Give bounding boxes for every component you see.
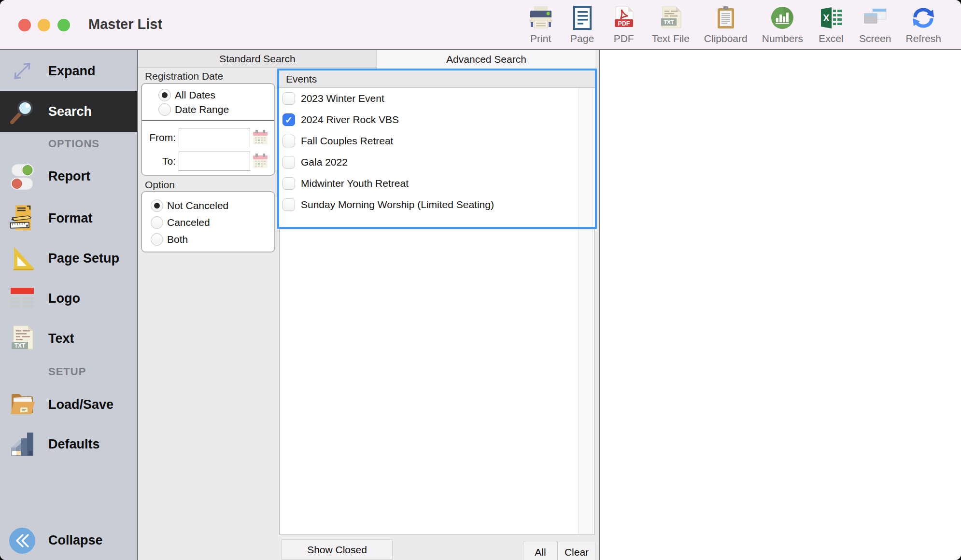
sidebar-section-options: OPTIONS: [48, 138, 99, 150]
svg-text:X: X: [823, 13, 830, 23]
radio-date-range[interactable]: [158, 103, 171, 116]
event-row-gala-2022[interactable]: Gala 2022: [279, 152, 595, 173]
tab-label: Advanced Search: [446, 54, 526, 65]
format-document-icon: [7, 203, 38, 234]
svg-text:TXT: TXT: [664, 19, 674, 25]
close-button[interactable]: [18, 19, 31, 31]
event-row-fall-couples-retreat[interactable]: Fall Couples Retreat: [279, 130, 595, 152]
event-checkbox[interactable]: [283, 156, 295, 168]
from-date-input[interactable]: [179, 128, 250, 147]
sidebar-item-collapse[interactable]: Collapse: [0, 521, 137, 560]
collapse-chevrons-icon: [7, 525, 38, 556]
svg-text:TXT: TXT: [14, 342, 26, 349]
txt-document-icon: TXT: [7, 323, 38, 354]
events-scrollbar-track[interactable]: [579, 88, 593, 227]
tab-label: Standard Search: [219, 53, 296, 65]
minimize-button[interactable]: [38, 19, 50, 31]
text-file-label: Text File: [652, 33, 690, 44]
logo-layout-icon: [7, 283, 38, 314]
clipboard-icon: [712, 4, 739, 31]
option-box: Not Canceled Canceled Both: [141, 191, 275, 252]
pdf-label: PDF: [614, 33, 634, 44]
clipboard-button[interactable]: Clipboard: [697, 4, 755, 44]
event-row-sunday-morning-worship[interactable]: Sunday Morning Worship (Limited Seating): [279, 194, 595, 215]
event-checkbox[interactable]: [283, 198, 295, 211]
refresh-icon: [910, 4, 937, 31]
tab-advanced-search[interactable]: Advanced Search: [377, 50, 595, 69]
expand-diagonal-arrow-icon: [7, 56, 38, 86]
sidebar-item-search[interactable]: Search: [0, 91, 137, 132]
page-label: Page: [570, 33, 594, 44]
event-row-2023-winter-event[interactable]: 2023 Winter Event: [279, 88, 595, 109]
numbers-chart-icon: [769, 4, 796, 31]
refresh-button[interactable]: Refresh: [898, 4, 948, 44]
sidebar-item-label: Page Setup: [48, 251, 119, 266]
sidebar: Expand Search OPTIONS Report Format: [0, 50, 138, 560]
event-row-2024-river-rock-vbs[interactable]: 2024 River Rock VBS: [279, 109, 595, 130]
radio-not-canceled[interactable]: [151, 199, 163, 212]
screen-windows-icon: [862, 4, 889, 31]
event-checkbox[interactable]: [283, 92, 295, 105]
radio-all-dates-label: All Dates: [175, 89, 215, 101]
events-header-label: Events: [286, 73, 317, 85]
sidebar-item-text[interactable]: TXT Text: [0, 318, 137, 359]
sidebar-item-report[interactable]: Report: [0, 156, 137, 196]
pdf-button[interactable]: PDF PDF: [603, 4, 645, 44]
from-label: From:: [142, 128, 176, 147]
sidebar-item-label: Load/Save: [48, 397, 113, 412]
event-label: Midwinter Youth Retreat: [301, 178, 409, 189]
search-panel: Standard Search Advanced Search Registra…: [138, 50, 599, 560]
radio-date-range-label: Date Range: [175, 104, 229, 115]
sidebar-item-logo[interactable]: Logo: [0, 278, 137, 319]
event-checkbox[interactable]: [283, 177, 295, 190]
sidebar-item-label: Format: [48, 211, 93, 226]
screen-label: Screen: [859, 33, 891, 44]
radio-both[interactable]: [151, 233, 163, 246]
select-all-button[interactable]: All: [523, 542, 558, 560]
events-list: Events 2023 Winter Event 2024 River Rock…: [279, 70, 595, 227]
svg-text:PDF: PDF: [618, 20, 630, 27]
printer-icon: [527, 4, 554, 31]
clipboard-label: Clipboard: [704, 33, 748, 44]
event-label: 2023 Winter Event: [301, 93, 384, 104]
registration-date-label: Registration Date: [145, 70, 223, 82]
to-label: To:: [142, 152, 176, 171]
sidebar-item-expand[interactable]: Expand: [0, 51, 137, 91]
text-file-button[interactable]: TXT Text File: [645, 4, 697, 44]
radio-not-canceled-label: Not Canceled: [167, 200, 228, 211]
event-row-midwinter-youth-retreat[interactable]: Midwinter Youth Retreat: [279, 173, 595, 194]
factory-icon: [7, 429, 38, 460]
radio-both-label: Both: [167, 234, 188, 245]
event-checkbox[interactable]: [283, 135, 295, 147]
to-calendar-button[interactable]: [252, 153, 269, 169]
tab-standard-search[interactable]: Standard Search: [138, 50, 377, 68]
excel-button[interactable]: X Excel: [810, 4, 852, 44]
excel-icon: X: [818, 4, 845, 31]
to-date-input[interactable]: [179, 152, 250, 171]
sidebar-item-defaults[interactable]: Defaults: [0, 424, 137, 464]
box-divider: [142, 120, 274, 121]
sidebar-item-format[interactable]: Format: [0, 198, 137, 238]
radio-canceled[interactable]: [151, 216, 163, 229]
numbers-label: Numbers: [762, 33, 803, 44]
sidebar-item-label: Report: [48, 169, 90, 184]
option-label: Option: [145, 179, 175, 191]
radio-all-dates[interactable]: [158, 89, 171, 101]
page-button[interactable]: Page: [562, 4, 603, 44]
registration-date-box: All Dates Date Range From: To:: [141, 83, 275, 176]
sidebar-item-load-save[interactable]: Load/Save: [0, 384, 137, 425]
sidebar-item-page-setup[interactable]: Page Setup: [0, 238, 137, 279]
txt-file-icon: TXT: [657, 4, 684, 31]
clear-selection-button[interactable]: Clear: [558, 542, 595, 560]
toolbar: Print Page PDF PDF TXT Text File: [520, 4, 948, 44]
titlebar: Master List Print Page PDF PDF: [0, 0, 961, 50]
zoom-button[interactable]: [57, 19, 70, 31]
numbers-button[interactable]: Numbers: [755, 4, 810, 44]
screen-button[interactable]: Screen: [852, 4, 899, 44]
results-scrollbar-track[interactable]: [578, 229, 593, 534]
print-button[interactable]: Print: [520, 4, 562, 44]
show-closed-button[interactable]: Show Closed: [282, 539, 393, 560]
event-label: Sunday Morning Worship (Limited Seating): [301, 199, 494, 210]
event-checkbox[interactable]: [283, 113, 295, 126]
from-calendar-button[interactable]: [252, 129, 269, 145]
